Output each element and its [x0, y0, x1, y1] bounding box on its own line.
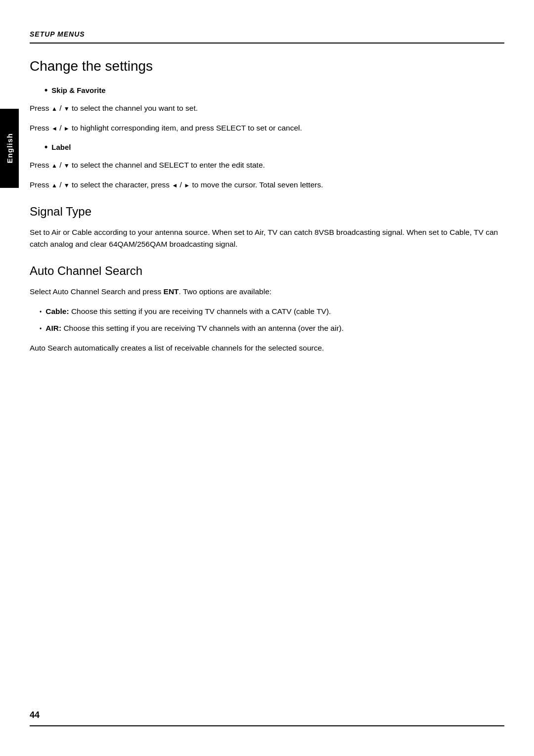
arrow-up-icon3 [51, 180, 57, 189]
label-para1: Press / to select the channel and SELECT… [30, 159, 504, 171]
skip-favorite-heading: • Skip & Favorite [44, 85, 504, 95]
arrow-down-icon3 [64, 180, 70, 189]
air-item-text: AIR: Choose this setting if you are rece… [45, 322, 504, 334]
skip-favorite-para2: Press / to highlight corresponding item,… [30, 122, 504, 134]
label-heading: • Label [44, 142, 504, 152]
main-content: Setup Menus Change the settings • Skip &… [30, 0, 504, 392]
cable-bullet-dot: • [40, 308, 42, 317]
signal-type-body: Set to Air or Cable according to your an… [30, 226, 504, 250]
bottom-bar: 44 [30, 710, 504, 726]
signal-type-heading: Signal Type [30, 205, 504, 219]
change-settings-heading: Change the settings [30, 58, 504, 74]
skip-favorite-para1: Press / to select the channel you want t… [30, 102, 504, 114]
arrow-down-icon2 [64, 161, 70, 169]
arrow-up-icon [51, 104, 57, 112]
auto-channel-footer: Auto Search automatically creates a list… [30, 342, 504, 354]
page-number: 44 [30, 710, 40, 720]
page-container: English Setup Menus Change the settings … [0, 0, 534, 756]
air-bullet-item: • AIR: Choose this setting if you are re… [40, 322, 504, 334]
arrow-right-icon [64, 124, 70, 132]
air-text: Choose this setting if you are receiving… [63, 324, 344, 332]
label-label: Label [51, 143, 71, 151]
air-label: AIR: [45, 324, 61, 332]
arrow-left-icon2 [172, 180, 178, 189]
arrow-left-icon [51, 124, 57, 132]
skip-favorite-label: Skip & Favorite [51, 86, 105, 94]
side-tab: English [0, 109, 19, 188]
cable-item-text: Cable: Choose this setting if you are re… [45, 306, 504, 317]
cable-text: Choose this setting if you are receiving… [71, 307, 331, 315]
auto-channel-heading: Auto Channel Search [30, 264, 504, 278]
auto-channel-intro: Select Auto Channel Search and press ENT… [30, 286, 504, 298]
cable-label: Cable: [45, 307, 69, 315]
skip-favorite-section: • Skip & Favorite [40, 85, 504, 95]
arrow-right-icon2 [184, 180, 190, 189]
arrow-up-icon2 [51, 161, 57, 169]
air-bullet-dot: • [40, 324, 42, 334]
arrow-down-icon [64, 104, 70, 112]
side-tab-label: English [5, 133, 14, 163]
auto-channel-list: • Cable: Choose this setting if you are … [40, 306, 504, 334]
cable-bullet-item: • Cable: Choose this setting if you are … [40, 306, 504, 317]
label-section: • Label [40, 142, 504, 152]
label-para2: Press / to select the character, press /… [30, 179, 504, 191]
section-header: Setup Menus [30, 30, 504, 44]
section-title: Setup Menus [30, 30, 85, 38]
